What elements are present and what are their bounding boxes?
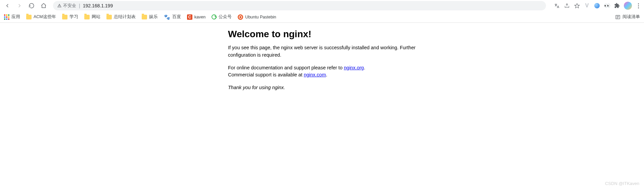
bookmark-label: kaven <box>194 15 205 19</box>
toolbar-right: V 👀 <box>553 2 641 10</box>
browser-toolbar: 不安全 | 192.168.1.199 V 👀 <box>0 0 644 11</box>
security-indicator[interactable]: 不安全 <box>57 3 76 9</box>
back-button[interactable] <box>3 1 12 10</box>
folder-icon <box>26 15 32 19</box>
c-icon: C <box>187 14 192 20</box>
bookmark-ubuntu-pastebin[interactable]: Ubuntu Pastebin <box>238 14 276 20</box>
extension-face-icon[interactable]: 👀 <box>604 2 610 9</box>
apps-label: 应用 <box>11 14 20 20</box>
extension-vue-icon[interactable]: V <box>584 2 590 9</box>
bookmark-folder-acm[interactable]: ACM这些年 <box>26 14 56 20</box>
page-paragraph-2: For online documentation and support ple… <box>228 64 416 79</box>
separator: | <box>79 3 80 8</box>
baidu-icon: 🐾 <box>164 14 170 20</box>
bookmark-label: 学习 <box>70 14 78 20</box>
wechat-icon <box>212 14 217 19</box>
bookmark-baidu[interactable]: 🐾 百度 <box>164 14 181 20</box>
apps-button[interactable]: 应用 <box>4 14 20 20</box>
ubuntu-icon <box>238 14 243 20</box>
folder-icon <box>84 15 90 19</box>
folder-icon <box>142 15 147 19</box>
menu-button[interactable] <box>635 3 641 8</box>
reading-list-label: 阅读清单 <box>623 14 640 20</box>
folder-icon <box>62 15 67 19</box>
forward-button[interactable] <box>15 1 24 10</box>
bookmark-label: Ubuntu Pastebin <box>245 15 276 19</box>
svg-marker-0 <box>574 3 579 8</box>
security-label: 不安全 <box>63 3 76 9</box>
reload-button[interactable] <box>27 1 36 10</box>
reading-list-icon <box>615 14 620 20</box>
bookmark-kaven[interactable]: C kaven <box>187 14 205 20</box>
profile-avatar[interactable] <box>624 2 632 10</box>
extensions-icon[interactable] <box>614 2 620 9</box>
bookmark-gzh[interactable]: 公众号 <box>212 14 232 20</box>
home-button[interactable] <box>39 1 48 10</box>
bookmark-folder-sites[interactable]: 网站 <box>84 14 100 20</box>
bookmark-label: ACM这些年 <box>34 14 56 20</box>
link-nginx-com[interactable]: nginx.com <box>304 72 326 77</box>
bookmark-label: 总结计划表 <box>114 14 136 20</box>
bookmark-star-icon[interactable] <box>573 2 580 9</box>
extension-globe-icon[interactable] <box>594 2 600 9</box>
link-nginx-org[interactable]: nginx.org <box>344 65 364 70</box>
bookmark-label: 网站 <box>92 14 100 20</box>
bookmark-folder-study[interactable]: 学习 <box>62 14 78 20</box>
page-thankyou: Thank you for using nginx. <box>228 84 416 91</box>
apps-icon <box>4 14 9 20</box>
bookmark-folder-plan[interactable]: 总结计划表 <box>106 14 136 20</box>
translate-icon[interactable] <box>553 2 560 9</box>
bookmark-folder-entertainment[interactable]: 娱乐 <box>142 14 158 20</box>
address-bar[interactable]: 不安全 | 192.168.1.199 <box>53 1 546 10</box>
page-paragraph-1: If you see this page, the nginx web serv… <box>228 44 416 59</box>
reading-list-button[interactable]: 阅读清单 <box>615 14 640 20</box>
url-text: 192.168.1.199 <box>83 3 113 8</box>
share-icon[interactable] <box>563 2 570 9</box>
page-title: Welcome to nginx! <box>228 29 416 40</box>
folder-icon <box>106 15 112 19</box>
bookmark-label: 百度 <box>172 14 181 20</box>
bookmark-label: 公众号 <box>219 14 232 20</box>
page-content: Welcome to nginx! If you see this page, … <box>228 29 416 91</box>
bookmarks-bar: 应用 ACM这些年 学习 网站 总结计划表 娱乐 🐾 百度 C kaven 公众… <box>0 11 644 23</box>
bookmark-label: 娱乐 <box>149 14 158 20</box>
